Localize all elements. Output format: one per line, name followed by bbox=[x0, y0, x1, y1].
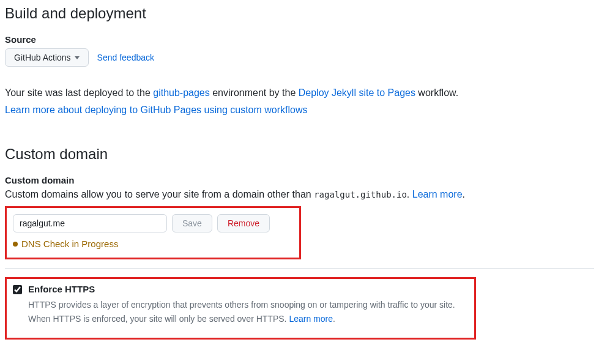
chevron-down-icon bbox=[75, 56, 80, 59]
enforce-https-checkbox[interactable] bbox=[13, 285, 22, 294]
status-dot-icon bbox=[13, 242, 18, 247]
github-pages-link[interactable]: github-pages bbox=[153, 87, 210, 98]
enforce-https-label: Enforce HTTPS bbox=[28, 284, 455, 294]
custom-domain-title: Custom domain bbox=[5, 146, 594, 163]
section-divider bbox=[5, 268, 594, 269]
dns-status-text: DNS Check in Progress bbox=[21, 239, 118, 249]
custom-domain-input[interactable] bbox=[13, 214, 167, 232]
deployed-text: Your site was last deployed to the githu… bbox=[5, 85, 594, 101]
send-feedback-link[interactable]: Send feedback bbox=[97, 53, 154, 62]
build-deployment-title: Build and deployment bbox=[5, 5, 594, 22]
custom-domain-subhead: Custom domain bbox=[5, 175, 594, 185]
custom-domain-highlight: Save Remove DNS Check in Progress bbox=[5, 206, 301, 259]
learn-more-workflows-link[interactable]: Learn more about deploying to GitHub Pag… bbox=[5, 105, 307, 115]
enforce-https-highlight: Enforce HTTPS HTTPS provides a layer of … bbox=[5, 277, 476, 340]
custom-domain-desc: Custom domains allow you to serve your s… bbox=[5, 189, 594, 200]
remove-button[interactable]: Remove bbox=[217, 214, 270, 232]
source-dropdown-label: GitHub Actions bbox=[14, 53, 71, 62]
default-domain-text: ragalgut.github.io bbox=[314, 190, 407, 199]
workflow-link[interactable]: Deploy Jekyll site to Pages bbox=[299, 87, 415, 98]
enforce-learn-more-link[interactable]: Learn more bbox=[289, 314, 333, 324]
source-dropdown[interactable]: GitHub Actions bbox=[5, 48, 89, 67]
source-label: Source bbox=[5, 34, 594, 45]
enforce-https-desc: HTTPS provides a layer of encryption tha… bbox=[28, 298, 455, 325]
custom-domain-learn-more-link[interactable]: Learn more bbox=[412, 189, 463, 199]
save-button[interactable]: Save bbox=[172, 214, 212, 232]
